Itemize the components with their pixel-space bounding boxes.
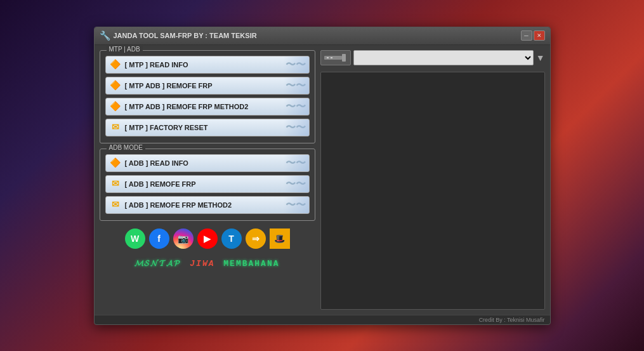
teamviewer-icon[interactable]: T	[221, 228, 242, 249]
adb-remove-frp-row: ✉ [ ADB ] REMOFE FRP 〜〜	[105, 175, 310, 193]
mtp-adb-remove-frp2-row: 🔶 [ MTP ADB ] REMOFE FRP METHOD2 〜〜	[105, 98, 310, 116]
mtp-read-info-row: 🔶 [ MTP ] READ INFO 〜〜	[105, 56, 310, 74]
mtp-factory-reset-button[interactable]: ✉ [ MTP ] FACTORY RESET 〜〜	[105, 119, 310, 136]
mtp-read-info-button[interactable]: 🔶 [ MTP ] READ INFO 〜〜	[105, 56, 310, 74]
close-button[interactable]: ✕	[534, 30, 545, 41]
mtp-adb-remove-frp-button[interactable]: 🔶 [ MTP ADB ] REMOFE FRP 〜〜	[105, 77, 310, 95]
adb-remove-frp2-row: ✉ [ ADB ] REMOFE FRP METHOD2 〜〜	[105, 196, 310, 214]
mtp-adb-label: MTP | ADB	[107, 46, 143, 53]
mtp-factory-reset-icon: ✉	[110, 122, 121, 133]
adb-mode-label: ADB MODE	[107, 144, 145, 151]
btn-decoration: 〜〜	[286, 121, 306, 134]
log-area	[320, 72, 545, 310]
main-window: 🔧 JANDA TOOL SAM-FRP BY : TEAM TEKSIR ─ …	[94, 27, 551, 325]
mtp-adb-remove-frp-row: 🔶 [ MTP ADB ] REMOFE FRP 〜〜	[105, 77, 310, 95]
btn-decoration: 〜〜	[286, 79, 306, 92]
mtp-adb-remove-frp-icon: 🔶	[110, 80, 121, 91]
mtp-adb-remove-frp2-button[interactable]: 🔶 [ MTP ADB ] REMOFE FRP METHOD2 〜〜	[105, 98, 310, 116]
adb-remove-frp-icon: ✉	[110, 178, 121, 190]
adb-remove-frp2-button[interactable]: ✉ [ ADB ] REMOFE FRP METHOD2 〜〜	[105, 196, 310, 214]
mtp-factory-reset-label: [ MTP ] FACTORY RESET	[125, 124, 208, 131]
svg-rect-2	[327, 57, 329, 58]
mtp-factory-reset-row: ✉ [ MTP ] FACTORY RESET 〜〜	[105, 119, 310, 136]
left-panel: MTP | ADB 🔶 [ MTP ] READ INFO 〜〜 🔶 [ MTP…	[100, 50, 315, 310]
btn-decoration: 〜〜	[286, 156, 306, 169]
adb-read-info-icon: 🔶	[110, 157, 121, 169]
hat-icon[interactable]: 🎩	[270, 228, 290, 249]
adb-read-info-button[interactable]: 🔶 [ ADB ] READ INFO 〜〜	[105, 154, 310, 172]
arrow-icon[interactable]: ⇒	[246, 228, 266, 249]
usb-icon	[324, 53, 347, 63]
device-select[interactable]	[353, 50, 534, 65]
marquee-end: MEMBAHANA	[223, 259, 279, 268]
btn-decoration: 〜〜	[286, 198, 306, 211]
adb-mode-group: ADB MODE 🔶 [ ADB ] READ INFO 〜〜 ✉ [ ADB …	[100, 149, 315, 221]
mtp-adb-remove-frp2-icon: 🔶	[110, 101, 121, 112]
marquee-content: 𝓜𝓢𝓝𝓣𝓐𝓟	[135, 259, 187, 268]
title-bar: 🔧 JANDA TOOL SAM-FRP BY : TEAM TEKSIR ─ …	[95, 27, 550, 45]
minimize-button[interactable]: ─	[521, 30, 532, 41]
credit-bar: Credit By : Teknisi Musafir	[95, 315, 550, 324]
adb-read-info-label: [ ADB ] READ INFO	[125, 159, 188, 167]
instagram-icon[interactable]: 📷	[173, 228, 194, 249]
adb-remove-frp-label: [ ADB ] REMOFE FRP	[125, 180, 196, 188]
marquee-text: 𝓜𝓢𝓝𝓣𝓐𝓟 JIWA MEMBAHANA	[100, 256, 315, 271]
right-panel: ▼	[320, 50, 545, 310]
facebook-icon[interactable]: f	[149, 228, 169, 249]
mtp-read-info-icon: 🔶	[110, 59, 121, 70]
dropdown-arrow[interactable]: ▼	[536, 53, 545, 63]
mtp-adb-group: MTP | ADB 🔶 [ MTP ] READ INFO 〜〜 🔶 [ MTP…	[100, 50, 315, 143]
mtp-read-info-label: [ MTP ] READ INFO	[125, 61, 188, 69]
svg-rect-1	[342, 54, 346, 62]
marquee-middle: JIWA	[190, 259, 214, 268]
youtube-icon[interactable]: ▶	[197, 228, 218, 249]
svg-rect-3	[331, 57, 332, 58]
window-title: JANDA TOOL SAM-FRP BY : TEAM TEKSIR	[114, 32, 521, 39]
window-body: MTP | ADB 🔶 [ MTP ] READ INFO 〜〜 🔶 [ MTP…	[95, 45, 550, 315]
adb-remove-frp2-icon: ✉	[110, 199, 121, 211]
credit-text: Credit By : Teknisi Musafir	[479, 317, 545, 323]
btn-decoration: 〜〜	[286, 58, 306, 71]
mtp-adb-remove-frp-label: [ MTP ADB ] REMOFE FRP	[125, 82, 213, 89]
device-icon-box	[320, 50, 351, 65]
adb-remove-frp-button[interactable]: ✉ [ ADB ] REMOFE FRP 〜〜	[105, 175, 310, 193]
adb-remove-frp2-label: [ ADB ] REMOFE FRP METHOD2	[125, 201, 232, 209]
adb-read-info-row: 🔶 [ ADB ] READ INFO 〜〜	[105, 154, 310, 172]
device-row: ▼	[320, 50, 545, 65]
whatsapp-icon[interactable]: W	[125, 228, 145, 249]
window-icon: 🔧	[100, 30, 110, 41]
btn-decoration: 〜〜	[286, 177, 306, 190]
mtp-adb-remove-frp2-label: [ MTP ADB ] REMOFE FRP METHOD2	[125, 103, 249, 110]
social-bar: W f 📷 ▶ T ⇒ 🎩	[100, 226, 315, 251]
window-controls: ─ ✕	[521, 30, 545, 41]
btn-decoration: 〜〜	[286, 100, 306, 113]
